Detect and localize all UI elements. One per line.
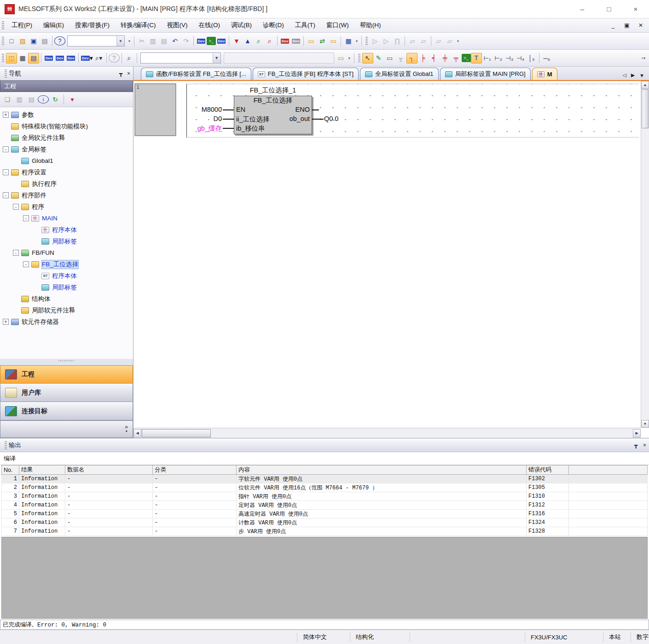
collapse-icon[interactable]: - [3,192,9,198]
toolbar-overflow-icon[interactable]: »▾ [641,53,646,63]
module-config-icon[interactable]: ▦ [17,53,28,63]
collapse-icon[interactable]: - [3,169,9,175]
program-transfer-icon[interactable]: ⇄ [317,36,328,46]
transfer-other-icon[interactable]: ▭ [328,36,339,46]
collapse-icon[interactable]: - [13,250,19,256]
tab-main-body-active[interactable]: M [532,68,557,80]
contact-fall-icon[interactable]: ⊣₄ [515,53,526,63]
result-row[interactable]: 5Information--高速定时器 VAR用 使用0点F1316 [2,510,648,518]
expand-icon[interactable]: + [3,319,9,325]
tree-item-global-comment[interactable]: 全局软元件注释 [0,132,133,144]
dev-tool-2-icon[interactable]: Dev [54,53,65,63]
watch-stop-icon[interactable]: ▱ [418,36,429,46]
col-content[interactable]: 内容 [237,466,527,475]
result-row[interactable]: 1Information--字软元件 VAR用 使用0点F1302 [2,475,648,483]
more-buttons-icon[interactable]: » [125,425,128,429]
menu-convert-compile[interactable]: 转换/编译(C) [115,19,162,31]
tree-item-global1[interactable]: Global1 [0,155,133,167]
toolbar-overflow-icon[interactable]: ▾ [354,36,359,46]
monitor-stop-icon[interactable]: ▷ [381,36,392,46]
device-combobox[interactable]: ▼ [140,52,221,63]
save-project-icon[interactable]: ▣ [28,36,39,46]
col-error-code[interactable]: 错误代码 [527,466,569,475]
sort-filter-icon[interactable]: ▾ [67,94,78,105]
help-icon[interactable]: ? [54,36,65,46]
tree-item-main[interactable]: -MAIN [0,213,133,224]
menu-window[interactable]: 窗口(W) [321,19,354,31]
nav-button-user-library[interactable]: 用户库 [0,384,133,402]
sampling-trace-icon[interactable]: ▱ [433,36,444,46]
wire-mode-icon[interactable]: ┐ [406,53,417,63]
copy-data-icon[interactable]: ▥ [14,94,25,105]
pin-en[interactable]: EN [236,106,245,113]
tree-item-exec-program[interactable]: 执行程序 [0,178,133,190]
horizontal-line-icon[interactable]: ─₆ [541,53,552,63]
operand-en[interactable]: M8000 [177,106,222,113]
device-search-icon[interactable]: ⌕▾ [93,53,104,63]
col-data-name[interactable]: 数据名 [65,466,153,475]
tab-scroll-right-icon[interactable]: ▶ [631,72,635,78]
contact-open-icon[interactable]: ⊢₁ [482,53,493,63]
online-verify-icon[interactable]: ⌕ [253,36,264,46]
scroll-down-icon[interactable]: ▼ [641,420,649,428]
tree-item-program-setting[interactable]: -程序设置 [0,167,133,178]
paste-data-icon[interactable]: ▤ [26,94,37,105]
fb-block[interactable]: FB_工位选择 EN ENO ii_工位选择 ob_out ib_移位串 [234,96,312,134]
col-no[interactable]: No. [2,466,19,475]
new-data-icon[interactable]: ❏ [2,94,13,105]
branch-3-icon[interactable]: ╪ [440,53,451,63]
instruction-icon[interactable]: >_ [462,54,471,62]
read-from-plc-icon[interactable]: ▲ [242,36,253,46]
horizontal-scroll-thumb[interactable] [142,429,211,437]
menu-edit[interactable]: 编辑(E) [38,19,70,31]
select-mode-icon[interactable]: ↖ [362,53,373,63]
toolbar-overflow-icon[interactable]: ▾ [127,36,132,46]
expand-icon[interactable]: + [3,112,9,118]
tree-item-main-body[interactable]: 程序本体 [0,224,133,236]
new-project-icon[interactable]: □ [6,36,17,46]
cut-icon[interactable]: ✂ [136,36,147,46]
close-panel-icon[interactable]: × [643,442,646,448]
pen-mode-icon[interactable]: ✎ [373,53,384,63]
pin-icon[interactable]: ┳ [634,442,637,448]
more-menu-icon[interactable]: ▾ [126,429,127,434]
project-window-icon[interactable]: ◫ [6,53,17,63]
tab-fb-body-st[interactable]: STFB_工位选择 [FB] 程序本体 [ST] [253,68,359,80]
menu-view[interactable]: 视图(V) [162,19,193,31]
tab-list-icon[interactable]: ▼ [639,73,644,78]
label-program-icon[interactable]: >_ [207,37,216,45]
toolbar-overflow-icon[interactable]: ▾ [455,36,461,46]
collapse-icon[interactable]: - [23,261,29,267]
fbd-editor[interactable]: 1 FB_工位选择_1 FB_工位选择 EN ENO ii_工位选择 ob_ou… [133,81,649,438]
work-window-icon[interactable]: ▤ [28,53,39,63]
minimize-button[interactable]: – [569,0,596,18]
nav-more-bar[interactable]: » ▾ [0,420,133,438]
tree-item-global-label[interactable]: -全局标签 [0,144,133,155]
branch-2-icon[interactable]: ┥ [429,53,440,63]
zoom-page-icon[interactable]: ▭ [336,53,347,63]
branch-1-icon[interactable]: ╞ [417,53,429,63]
dev-tool-3-icon[interactable]: Dev [65,53,76,63]
tab-local-label-main[interactable]: 局部标签设置 MAIN [PRG] [440,68,531,80]
tab-fb-label-setting[interactable]: 函数/FB标签设置 FB_工位选择 [... [141,68,251,80]
tree-item-parameter[interactable]: +参数 [0,109,133,121]
nav-button-connection[interactable]: 连接目标 [0,402,133,420]
maximize-button[interactable]: □ [596,0,622,18]
col-category[interactable]: 分类 [153,466,237,475]
collapse-icon[interactable]: - [3,146,9,152]
mdi-close-icon[interactable]: ✕ [637,22,644,29]
vertical-line-icon[interactable]: │₅ [526,53,537,63]
open-project-icon[interactable]: ▨ [17,36,28,46]
horizontal-scrollbar[interactable]: ◀ ▶ [133,428,641,438]
pin-out1[interactable]: ob_out [290,115,310,124]
menu-find-replace[interactable]: 搜索/替换(F) [70,19,115,31]
sampling-setting-icon[interactable]: ▱ [444,36,455,46]
online-monitor-icon[interactable]: ⌕ [264,36,275,46]
quick-search-combobox[interactable]: ▼ [67,35,125,46]
collapse-icon[interactable]: - [23,215,29,221]
combo-dropdown-icon[interactable]: ▼ [116,36,124,46]
operand-in2[interactable]: gb_缓存 [190,124,222,133]
tree-item-fb-selected[interactable]: -FB_工位选择 [0,259,133,270]
tree-item-fbfun[interactable]: -FB/FUN [0,247,133,259]
comment-mode-icon[interactable]: T [471,53,482,63]
